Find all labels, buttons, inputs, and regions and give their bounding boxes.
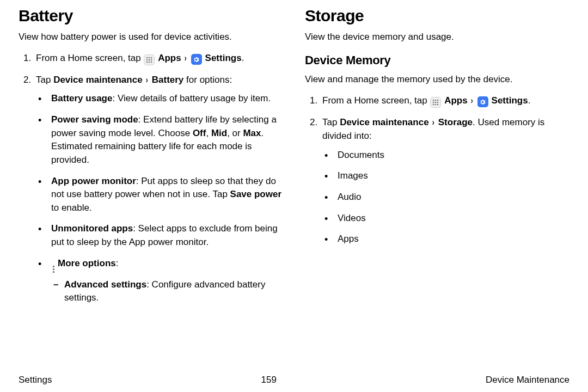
svg-point-4 — [149, 59, 150, 60]
storage-step-1: From a Home screen, tap Apps › Settings. — [320, 94, 569, 108]
svg-point-11 — [437, 99, 439, 101]
cat-audio: Audio — [334, 191, 569, 204]
step2-prefix: Tap — [36, 75, 53, 85]
bullet-app-power-monitor: App power monitor: Put apps to sleep so … — [48, 175, 283, 215]
footer-page-number: 159 — [261, 375, 277, 385]
settings-icon — [477, 96, 488, 107]
sub-advanced-settings: Advanced settings: Configure advanced ba… — [62, 278, 283, 305]
bullet-label: Unmonitored apps — [51, 223, 133, 234]
footer-left: Settings — [19, 375, 52, 385]
svg-point-3 — [146, 59, 148, 60]
mode-max: Max — [243, 128, 261, 138]
svg-point-6 — [146, 61, 148, 63]
page-footer: Settings 159 Device Maintenance — [19, 375, 569, 385]
more-options-icon — [51, 266, 56, 273]
cat-documents: Documents — [334, 149, 569, 162]
settings-label: Settings — [205, 53, 242, 63]
cat-videos: Videos — [334, 212, 569, 225]
bullet-label: More options — [58, 258, 116, 268]
svg-point-15 — [433, 103, 434, 105]
svg-point-5 — [151, 59, 152, 60]
period: . — [528, 95, 531, 106]
footer-right: Device Maintenance — [486, 375, 569, 385]
svg-point-13 — [435, 101, 437, 103]
svg-point-16 — [435, 103, 437, 105]
device-memory-heading: Device Memory — [305, 53, 569, 68]
svg-point-17 — [437, 103, 439, 105]
bullet-text: : View details of battery usage by item. — [112, 93, 271, 103]
period: . — [242, 53, 244, 63]
bullet-label: Power saving mode — [51, 114, 138, 125]
path-device-maintenance: Device maintenance — [340, 117, 428, 127]
mode-off: Off — [193, 128, 206, 138]
settings-label: Settings — [492, 95, 528, 106]
chevron-right-icon: › — [471, 94, 473, 108]
step2-suffix: for options: — [183, 75, 232, 85]
bullet-battery-usage: Battery usage: View details of battery u… — [48, 92, 283, 106]
path-device-maintenance: Device maintenance — [53, 75, 142, 85]
save-power-label: Save power — [230, 189, 282, 199]
bullet-label: App power monitor — [51, 176, 136, 186]
step1-text: From a Home screen, tap — [36, 53, 143, 63]
battery-section: Battery View how battery power is used f… — [19, 7, 283, 313]
battery-heading: Battery — [19, 7, 283, 25]
svg-point-1 — [149, 57, 150, 58]
bullet-label: Battery usage — [51, 93, 112, 103]
apps-icon — [144, 54, 155, 65]
cat-apps: Apps — [334, 232, 569, 246]
mode-mid: Mid — [211, 128, 227, 138]
chevron-right-icon: › — [432, 115, 434, 130]
svg-point-2 — [151, 57, 152, 58]
battery-intro: View how battery power is used for devic… — [19, 30, 283, 44]
apps-label: Apps — [158, 53, 181, 63]
storage-heading: Storage — [305, 7, 569, 25]
svg-point-0 — [146, 57, 148, 58]
path-storage: Storage — [438, 117, 473, 127]
sub-label: Advanced settings — [64, 279, 146, 290]
step2-prefix: Tap — [322, 117, 340, 127]
svg-point-9 — [433, 99, 434, 101]
bullet-unmonitored-apps: Unmonitored apps: Select apps to exclude… — [48, 222, 283, 249]
chevron-right-icon: › — [146, 73, 148, 87]
apps-icon — [430, 97, 441, 108]
svg-point-14 — [437, 101, 439, 103]
cat-images: Images — [334, 169, 569, 183]
device-memory-intro: View and manage the memory used by the d… — [305, 73, 569, 86]
bullet-power-saving: Power saving mode: Extend battery life b… — [48, 113, 283, 167]
battery-step-1: From a Home screen, tap Apps › Settings. — [34, 51, 283, 65]
bullet-more-options: More options: Advanced settings: Configu… — [48, 257, 283, 305]
svg-point-7 — [149, 61, 150, 63]
bullet-text-b: to enable. — [51, 203, 92, 213]
step1-text: From a Home screen, tap — [322, 95, 430, 106]
settings-icon — [191, 54, 202, 65]
svg-point-10 — [435, 99, 437, 101]
storage-step-2: Tap Device maintenance › Storage. Used m… — [320, 115, 569, 246]
svg-point-12 — [433, 101, 434, 103]
apps-label: Apps — [444, 95, 468, 106]
colon: : — [116, 258, 119, 268]
battery-step-2: Tap Device maintenance › Battery for opt… — [34, 73, 283, 305]
storage-section: Storage View the device memory and usage… — [305, 7, 569, 313]
storage-intro: View the device memory and usage. — [305, 30, 569, 44]
comma: , — [206, 128, 211, 138]
svg-point-8 — [151, 61, 152, 63]
or-text: , or — [227, 128, 243, 138]
chevron-right-icon: › — [185, 51, 187, 65]
path-battery: Battery — [152, 75, 184, 85]
